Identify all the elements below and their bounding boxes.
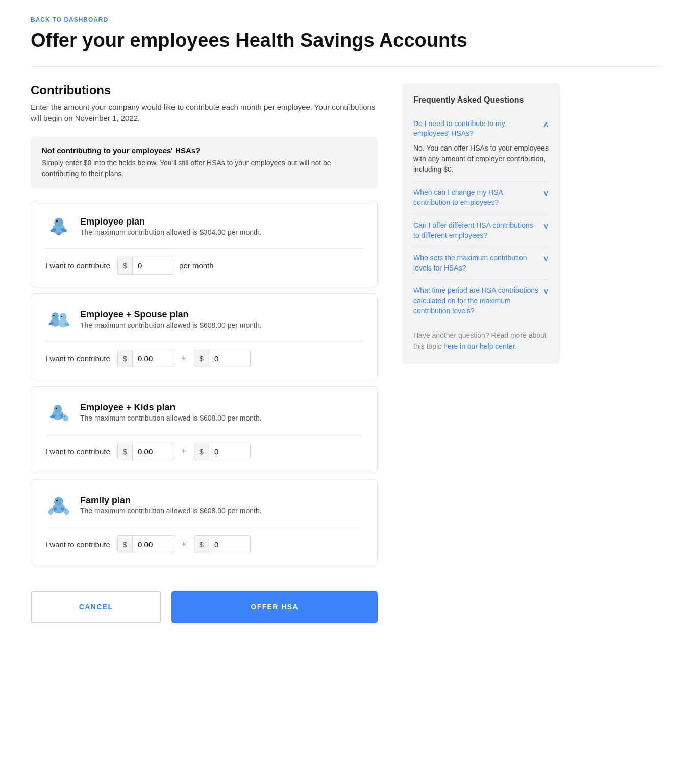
- plan-header-employee: Employee plan The maximum contribution a…: [45, 213, 363, 240]
- plan-icon-family: [45, 492, 72, 519]
- input-prefix-family-2: $: [194, 536, 209, 553]
- faq-question-row-0[interactable]: Do I need to contribute to my employees'…: [413, 119, 549, 139]
- section-description: Enter the amount your company would like…: [31, 102, 378, 125]
- plan-divider-employee: [45, 248, 363, 249]
- faq-item-4: What time period are HSA contributions c…: [413, 280, 549, 322]
- plan-max-family: The maximum contribution allowed is $608…: [80, 507, 262, 515]
- svg-point-18: [54, 405, 62, 413]
- faq-chevron-3: ∨: [543, 254, 549, 263]
- faq-sidebar: Frequently Asked Questions Do I need to …: [402, 83, 560, 364]
- contribution-input-group-employee-spouse-1: $: [117, 350, 174, 368]
- faq-items-container: Do I need to contribute to my employees'…: [413, 113, 549, 323]
- contribution-input-employee-kids-2[interactable]: [209, 443, 250, 460]
- svg-point-10: [53, 315, 55, 316]
- button-row: CANCEL OFFER HSA: [31, 591, 378, 623]
- plan-max-employee-spouse: The maximum contribution allowed is $608…: [80, 321, 262, 329]
- svg-point-24: [63, 414, 67, 419]
- faq-question-2: Can I offer different HSA contributions …: [413, 220, 539, 240]
- faq-question-3: Who sets the maximum contribution levels…: [413, 253, 539, 273]
- contribution-input-group-family-2: $: [194, 535, 251, 553]
- contribution-input-employee-kids-1[interactable]: [133, 443, 174, 460]
- faq-question-row-1[interactable]: When can I change my HSA contribution to…: [413, 188, 549, 208]
- contribution-row-employee-spouse: I want to contribute $ + $: [45, 350, 363, 368]
- svg-point-1: [54, 217, 63, 226]
- contribution-input-group-employee-kids-2: $: [194, 443, 251, 460]
- contribution-row-employee-kids: I want to contribute $ + $: [45, 443, 363, 460]
- svg-point-4: [57, 232, 61, 235]
- plan-name-employee-kids: Employee + Kids plan: [80, 402, 262, 413]
- page-title: Offer your employees Health Savings Acco…: [31, 30, 662, 52]
- faq-chevron-2: ∨: [543, 221, 549, 231]
- plus-sign-employee-kids: +: [179, 446, 189, 457]
- faq-question-row-3[interactable]: Who sets the maximum contribution levels…: [413, 253, 549, 273]
- input-prefix-employee-kids-1: $: [118, 443, 133, 460]
- contribution-input-employee-spouse-1[interactable]: [133, 350, 174, 367]
- svg-point-8: [52, 312, 59, 320]
- faq-question-1: When can I change my HSA contribution to…: [413, 188, 539, 208]
- svg-point-30: [56, 499, 58, 501]
- svg-marker-11: [51, 316, 52, 318]
- plan-card-employee-kids: Employee + Kids plan The maximum contrib…: [31, 386, 378, 473]
- faq-help-center-link[interactable]: here in our help center.: [443, 342, 516, 350]
- contribution-row-employee: I want to contribute $ per month: [45, 257, 363, 275]
- plan-divider-family: [45, 527, 363, 527]
- svg-marker-22: [53, 409, 55, 411]
- contribution-label-family: I want to contribute: [45, 540, 110, 549]
- plan-icon-employee-kids: [45, 399, 72, 426]
- contribution-input-group-employee-kids-1: $: [117, 443, 174, 460]
- faq-item-1: When can I change my HSA contribution to…: [413, 182, 549, 214]
- info-box: Not contributing to your employees' HSAs…: [31, 137, 378, 188]
- contribution-input-family-1[interactable]: [133, 536, 174, 553]
- plan-cards-container: Employee plan The maximum contribution a…: [31, 201, 378, 566]
- plan-info-employee-kids: Employee + Kids plan The maximum contrib…: [80, 402, 262, 422]
- plan-header-employee-spouse: Employee + Spouse plan The maximum contr…: [45, 306, 363, 333]
- plan-card-family: Family plan The maximum contribution all…: [31, 479, 378, 566]
- faq-item-0: Do I need to contribute to my employees'…: [413, 113, 549, 182]
- contribution-input-group-family-1: $: [117, 535, 174, 553]
- faq-chevron-4: ∨: [543, 286, 549, 296]
- plan-name-family: Family plan: [80, 495, 262, 506]
- plus-sign-family: +: [179, 539, 189, 550]
- info-box-text: Simply enter $0 into the fields below. Y…: [42, 158, 366, 179]
- svg-point-21: [56, 407, 57, 409]
- plan-icon-employee-spouse: [45, 306, 72, 333]
- back-to-dashboard-link[interactable]: BACK TO DASHBOARD: [31, 16, 662, 23]
- contribution-label-employee-kids: I want to contribute: [45, 447, 110, 456]
- plan-name-employee-spouse: Employee + Spouse plan: [80, 309, 262, 320]
- contribution-input-family-2[interactable]: [209, 536, 250, 553]
- plan-icon-employee: [45, 213, 72, 240]
- plan-divider-employee-kids: [45, 434, 363, 434]
- section-title: Contributions: [31, 83, 378, 97]
- faq-chevron-0: ∧: [543, 119, 549, 129]
- faq-question-0: Do I need to contribute to my employees'…: [413, 119, 539, 139]
- plan-header-employee-kids: Employee + Kids plan The maximum contrib…: [45, 399, 363, 426]
- plan-card-employee-spouse: Employee + Spouse plan The maximum contr…: [31, 293, 378, 380]
- faq-chevron-1: ∨: [543, 188, 549, 198]
- svg-marker-6: [54, 223, 55, 224]
- input-prefix-employee: $: [118, 257, 133, 274]
- plan-max-employee-kids: The maximum contribution allowed is $608…: [80, 414, 262, 422]
- input-prefix-employee-spouse-1: $: [118, 350, 133, 367]
- svg-point-27: [54, 497, 63, 505]
- plan-name-employee: Employee plan: [80, 216, 262, 227]
- faq-footer: Have another question? Read more about t…: [413, 330, 549, 352]
- input-prefix-family-1: $: [118, 536, 133, 553]
- contribution-label-employee: I want to contribute: [45, 261, 110, 270]
- plan-header-family: Family plan The maximum contribution all…: [45, 492, 363, 519]
- per-month-label-employee: per month: [179, 261, 214, 270]
- offer-hsa-button[interactable]: OFFER HSA: [171, 591, 378, 623]
- contribution-row-family: I want to contribute $ + $: [45, 535, 363, 553]
- contribution-input-group-employee-spouse-2: $: [194, 350, 251, 368]
- faq-title: Frequently Asked Questions: [413, 95, 549, 105]
- contribution-input-employee-spouse-2[interactable]: [209, 350, 250, 367]
- svg-point-34: [65, 509, 66, 510]
- svg-point-25: [64, 416, 65, 417]
- cancel-button[interactable]: CANCEL: [31, 591, 161, 623]
- contribution-label-employee-spouse: I want to contribute: [45, 354, 110, 363]
- faq-question-row-4[interactable]: What time period are HSA contributions c…: [413, 286, 549, 316]
- faq-question-row-2[interactable]: Can I offer different HSA contributions …: [413, 220, 549, 240]
- contribution-input-employee[interactable]: [133, 257, 174, 274]
- faq-item-2: Can I offer different HSA contributions …: [413, 214, 549, 247]
- plan-info-employee-spouse: Employee + Spouse plan The maximum contr…: [80, 309, 262, 329]
- plan-max-employee: The maximum contribution allowed is $304…: [80, 228, 262, 236]
